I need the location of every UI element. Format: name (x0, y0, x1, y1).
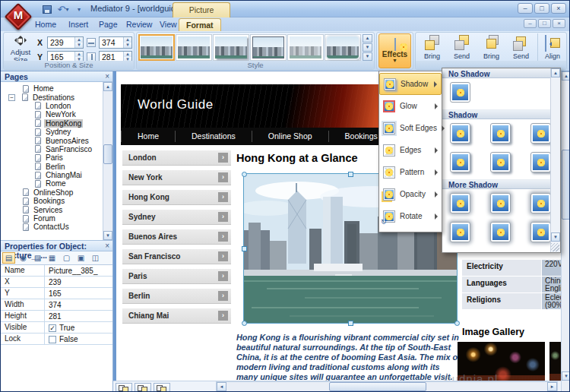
menu-item-edges[interactable]: Edges (379, 139, 442, 161)
selection-handle[interactable] (348, 321, 353, 326)
tree-item[interactable]: − HongKong (1, 119, 112, 128)
scroll-down-icon[interactable]: ▼ (562, 371, 570, 381)
checkbox-icon[interactable] (49, 336, 56, 343)
canvas-horizontal-scrollbar[interactable]: ◂ ▸ (216, 381, 558, 392)
nav-item[interactable]: Home (121, 131, 175, 142)
effect-style-thumb[interactable] (450, 82, 470, 103)
effect-style-thumb[interactable] (530, 123, 551, 144)
city-menu-item[interactable]: Chiang Mai› (122, 308, 231, 324)
property-value[interactable]: 374 (45, 299, 112, 310)
tree-item[interactable]: − Destinations (1, 93, 112, 101)
width-input[interactable]: 374▲▼ (99, 36, 132, 49)
city-menu-item[interactable]: Paris› (122, 269, 231, 284)
doc-minimize-button[interactable]: – (524, 19, 537, 28)
scrollbar-thumb[interactable] (329, 382, 426, 391)
x-input[interactable]: 239▲▼ (47, 36, 84, 49)
page-heading-object[interactable]: Hong Kong at a Glance (236, 152, 358, 164)
scrollbar-thumb[interactable] (562, 150, 570, 220)
scroll-right-icon[interactable]: ▸ (547, 382, 557, 391)
selection-handle[interactable] (454, 321, 460, 326)
info-table-row[interactable]: Languages Chine Engli (462, 277, 570, 292)
property-value[interactable]: False (45, 334, 112, 344)
properties-script-icon[interactable]: ◫ (89, 252, 102, 264)
style-thumbnail[interactable] (250, 34, 287, 61)
effect-style-thumb[interactable] (450, 123, 470, 144)
tree-item[interactable]: − BuenosAires (1, 136, 112, 144)
properties-events-icon[interactable]: ▣ (74, 252, 87, 264)
effect-style-thumb[interactable] (530, 222, 551, 242)
style-thumbnail[interactable] (138, 34, 175, 61)
effect-style-thumb[interactable] (450, 222, 470, 242)
style-thumbnail[interactable] (287, 34, 324, 61)
adjust-size-button[interactable]: Adjust Size (5, 34, 36, 64)
resize-grip-icon[interactable] (551, 243, 559, 251)
undo-button[interactable]: ↶▾ (56, 3, 70, 15)
properties-display-icon[interactable]: ▢ (60, 252, 73, 264)
doc-restore-button[interactable]: □ (538, 19, 551, 28)
tree-item[interactable]: − Bookings (1, 197, 112, 205)
tree-item[interactable]: − Home (1, 84, 112, 93)
body-text-object[interactable]: Hong Kong is a flourishing vibrant comme… (236, 333, 463, 382)
city-menu-item[interactable]: San Francisco› (122, 249, 231, 264)
tree-item[interactable]: − NewYork (1, 110, 112, 119)
pages-scrollbar[interactable]: ▲ ▼ (103, 82, 112, 240)
effect-style-thumb[interactable] (490, 222, 511, 242)
selection-handle[interactable] (242, 246, 247, 251)
effect-style-thumb[interactable] (490, 123, 511, 144)
minimize-button[interactable]: – (518, 3, 533, 14)
menu-item-soft-edges[interactable]: Soft Edges (379, 117, 442, 139)
property-value[interactable]: 281 (45, 311, 112, 321)
properties-picture-icon[interactable]: ▨ (31, 252, 44, 264)
doc-close-button[interactable]: × (553, 19, 565, 28)
contextual-tab-group-picture[interactable]: Picture (173, 2, 230, 17)
quick-access-menu-button[interactable]: ▾ (72, 3, 86, 15)
effect-style-thumb[interactable] (450, 193, 470, 213)
properties-colors-icon[interactable]: ▦ (46, 252, 59, 264)
city-menu-item[interactable]: New York› (122, 170, 231, 185)
nav-item[interactable]: Destinations (175, 131, 252, 142)
city-menu-item[interactable]: Buenos Aires› (122, 229, 231, 245)
properties-eye-icon[interactable]: ◉ (17, 252, 30, 264)
app-logo[interactable]: M (3, 2, 33, 32)
tab-insert[interactable]: Insert (62, 18, 95, 31)
style-thumbnail[interactable] (176, 34, 212, 61)
tree-item[interactable]: − Paris (1, 153, 112, 162)
selection-handle[interactable] (242, 321, 247, 326)
city-menu-item[interactable]: Hong Kong› (122, 190, 231, 205)
tree-expand-icon[interactable]: − (8, 94, 15, 101)
menu-item-glow[interactable]: Glow (379, 95, 442, 117)
effects-button[interactable]: Effects ▼ (378, 33, 411, 68)
checkbox-icon[interactable] (49, 324, 56, 332)
gallery-scroll-up-button[interactable]: ▲ (363, 34, 372, 43)
save-button[interactable] (40, 3, 54, 15)
scroll-down-icon[interactable]: ▼ (551, 232, 560, 242)
view-mode-button[interactable] (116, 383, 132, 392)
info-table-row[interactable]: Religions Eclec (90% (462, 293, 570, 309)
tree-item[interactable]: − SanFrancisco (1, 145, 112, 153)
scroll-up-icon[interactable]: ▲ (562, 71, 570, 81)
maximize-button[interactable]: □ (534, 3, 549, 14)
property-value[interactable]: Picture__385_ (45, 265, 112, 276)
gallery-more-button[interactable]: ▼ (363, 52, 372, 61)
city-menu-item[interactable]: Berlin› (122, 289, 231, 304)
view-mode-button[interactable] (135, 383, 151, 392)
tree-item[interactable]: − Berlin (1, 163, 112, 171)
selection-handle[interactable] (242, 172, 247, 177)
effect-style-thumb[interactable] (530, 193, 551, 213)
city-menu-item[interactable]: London› (122, 150, 231, 166)
style-thumbnail[interactable] (325, 34, 361, 61)
tree-item[interactable]: − OnlineShop (1, 188, 112, 197)
tree-item[interactable]: − ChiangMai (1, 171, 112, 179)
menu-item-opacity[interactable]: Opacity (379, 183, 442, 205)
property-value[interactable]: 239 (45, 277, 112, 287)
property-value[interactable]: True (45, 322, 112, 333)
tree-item[interactable]: − ContactUs (1, 223, 112, 231)
effect-style-thumb[interactable] (490, 193, 511, 213)
info-table-row[interactable]: Electricity 220V (462, 260, 570, 276)
gallery-heading-object[interactable]: Image Gallery (462, 327, 524, 337)
tree-item[interactable]: − Rome (1, 179, 112, 188)
effect-style-thumb[interactable] (530, 152, 551, 172)
scroll-up-icon[interactable]: ▲ (103, 82, 112, 91)
style-thumbnail[interactable] (213, 34, 249, 61)
close-icon[interactable]: × (105, 242, 109, 251)
